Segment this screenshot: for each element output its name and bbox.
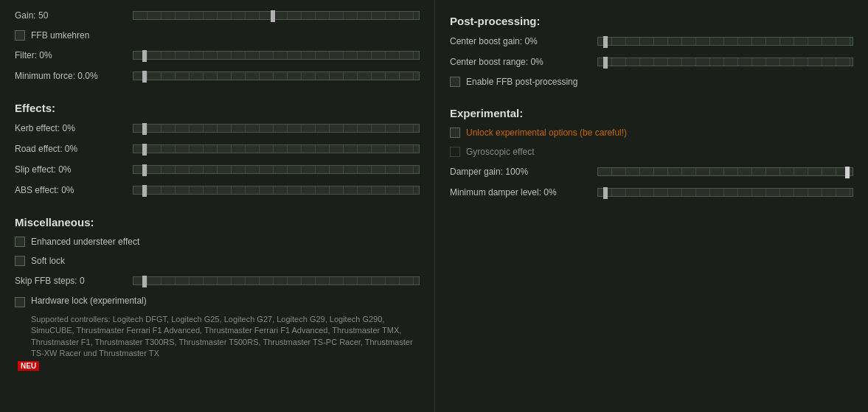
gyroscopic-row: Gyroscopic effect [450, 144, 853, 159]
skip-ffb-slider[interactable] [133, 276, 420, 285]
min-damper-slider[interactable] [597, 188, 853, 197]
skip-ffb-row: Skip FFB steps: 0 [15, 273, 420, 289]
damper-gain-thumb[interactable] [845, 167, 850, 178]
center-boost-range-slider[interactable] [597, 57, 853, 66]
kerb-row: Kerb effect: 0% [15, 120, 420, 136]
center-boost-gain-slider[interactable] [597, 37, 853, 46]
soft-lock-checkbox[interactable] [15, 256, 25, 266]
slip-thumb[interactable] [142, 164, 147, 176]
road-row: Road effect: 0% [15, 141, 420, 157]
road-thumb[interactable] [142, 144, 147, 156]
neu-badge: NEU [18, 361, 39, 371]
gyroscopic-label: Gyroscopic effect [466, 147, 534, 157]
enable-ffb-row: Enable FFB post-processing [450, 74, 853, 89]
unlock-experimental-row: Unlock experimental options (be careful!… [450, 125, 853, 140]
abs-label: ABS effect: 0% [15, 185, 133, 195]
ffb-umkehren-checkbox[interactable] [15, 30, 25, 41]
gyroscopic-checkbox[interactable] [450, 147, 460, 157]
filter-row: Filter: 0% [15, 47, 420, 63]
left-panel: Gain: 50 FFB umkehren Filter: 0% Minimum [0, 0, 435, 412]
kerb-label: Kerb effect: 0% [15, 123, 133, 133]
supported-controllers-text: Supported controllers: Logitech DFGT, Lo… [31, 314, 414, 360]
ffb-umkehren-label: FFB umkehren [31, 30, 89, 41]
damper-gain-label: Damper gain: 100% [450, 167, 597, 177]
effects-title: Effects: [15, 102, 420, 114]
unlock-experimental-label: Unlock experimental options (be careful!… [466, 128, 627, 138]
post-processing-title: Post-processing: [450, 15, 853, 27]
abs-thumb[interactable] [142, 185, 147, 197]
abs-row: ABS effect: 0% [15, 182, 420, 198]
hardware-lock-section: Hardware lock (experimental) Supported c… [15, 295, 420, 371]
right-panel: Post-processing: Center boost gain: 0% C… [435, 0, 868, 412]
gain-label: Gain: 50 [15, 10, 133, 21]
filter-label: Filter: 0% [15, 50, 133, 60]
abs-slider[interactable] [133, 186, 420, 195]
gain-row: Gain: 50 [15, 7, 420, 24]
min-damper-thumb[interactable] [603, 187, 608, 199]
center-boost-gain-label: Center boost gain: 0% [450, 36, 597, 46]
enhanced-understeer-checkbox[interactable] [15, 237, 25, 247]
kerb-slider[interactable] [133, 124, 420, 133]
skip-ffb-label: Skip FFB steps: 0 [15, 276, 133, 286]
min-damper-row: Minimum damper level: 0% [450, 184, 853, 200]
enable-ffb-checkbox[interactable] [450, 77, 460, 87]
min-force-label: Minimum force: 0.0% [15, 71, 133, 81]
road-slider[interactable] [133, 144, 420, 153]
slip-label: Slip effect: 0% [15, 164, 133, 175]
soft-lock-label: Soft lock [31, 256, 65, 266]
center-boost-gain-row: Center boost gain: 0% [450, 33, 853, 49]
damper-gain-row: Damper gain: 100% [450, 164, 853, 180]
road-label: Road effect: 0% [15, 144, 133, 154]
center-boost-range-label: Center boost range: 0% [450, 57, 597, 67]
gain-slider[interactable] [133, 11, 420, 20]
center-boost-range-row: Center boost range: 0% [450, 54, 853, 70]
center-boost-gain-thumb[interactable] [603, 36, 608, 48]
enhanced-understeer-label: Enhanced understeer effect [31, 237, 139, 247]
slip-slider[interactable] [133, 165, 420, 174]
skip-ffb-thumb[interactable] [142, 276, 147, 287]
filter-thumb[interactable] [142, 50, 147, 62]
gain-thumb[interactable] [271, 10, 275, 22]
soft-lock-row: Soft lock [15, 254, 420, 268]
ffb-umkehren-row: FFB umkehren [15, 28, 420, 43]
center-boost-range-thumb[interactable] [603, 57, 608, 69]
hardware-lock-checkbox[interactable] [15, 297, 25, 307]
enable-ffb-label: Enable FFB post-processing [466, 77, 577, 87]
min-force-row: Minimum force: 0.0% [15, 68, 420, 84]
min-damper-label: Minimum damper level: 0% [450, 187, 597, 198]
main-container: Gain: 50 FFB umkehren Filter: 0% Minimum [0, 0, 868, 412]
experimental-title: Experimental: [450, 107, 853, 119]
slip-row: Slip effect: 0% [15, 161, 420, 178]
hardware-lock-label: Hardware lock (experimental) [31, 296, 147, 306]
enhanced-understeer-row: Enhanced understeer effect [15, 234, 420, 249]
kerb-thumb[interactable] [142, 123, 147, 135]
min-force-thumb[interactable] [142, 71, 147, 83]
min-force-slider[interactable] [133, 71, 420, 80]
damper-gain-slider[interactable] [597, 167, 853, 176]
hardware-lock-row: Hardware lock (experimental) [15, 295, 420, 310]
misc-title: Miscellaneous: [15, 216, 420, 228]
filter-slider[interactable] [133, 51, 420, 60]
unlock-experimental-checkbox[interactable] [450, 128, 460, 138]
